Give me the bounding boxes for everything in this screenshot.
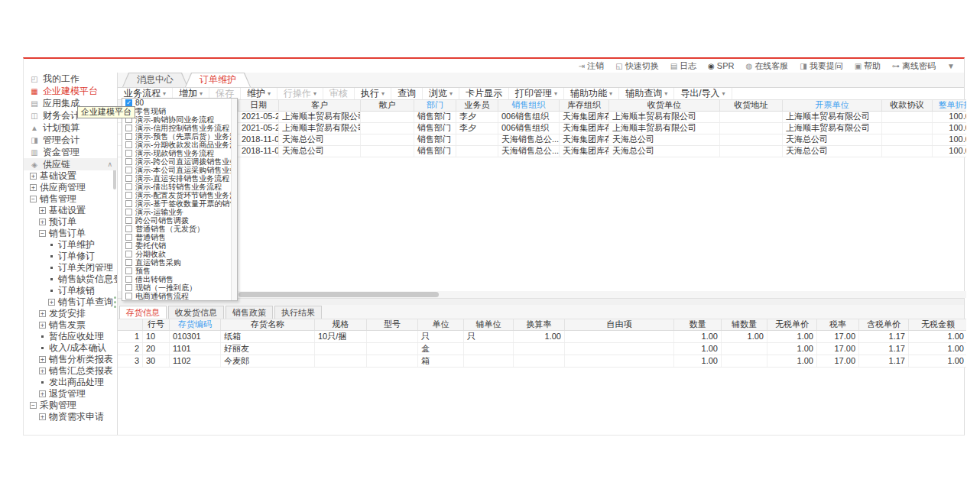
expand-plus-icon[interactable]: + bbox=[39, 413, 46, 420]
checkbox-icon[interactable] bbox=[125, 133, 132, 140]
grid-header-cell[interactable]: 开票单位 bbox=[783, 100, 882, 111]
checkbox-icon[interactable]: ✓ bbox=[125, 99, 132, 106]
sidebar-item-supply-chain[interactable]: ◈供应链∧ bbox=[24, 158, 117, 170]
tree-item-12[interactable]: +发货安排 bbox=[24, 308, 117, 319]
tree-item-8[interactable]: 订单关闭管理 bbox=[24, 262, 117, 274]
grid-header-cell[interactable] bbox=[118, 319, 143, 330]
dropdown-item-23[interactable]: 电商通销售流程 bbox=[122, 292, 237, 300]
topbar-item-spr[interactable]: ◉SPR bbox=[708, 61, 734, 70]
checkbox-icon[interactable] bbox=[125, 183, 132, 190]
checkbox-icon[interactable] bbox=[125, 251, 132, 257]
grid-header-cell[interactable]: 库存组织 bbox=[560, 100, 609, 111]
sidebar-item-plan-budget[interactable]: ▲计划预算 bbox=[24, 121, 117, 134]
grid-header-cell[interactable]: 收款协议 bbox=[882, 100, 933, 111]
horizontal-scrollbar-thumb[interactable] bbox=[239, 292, 439, 297]
toolbar-button-print-manage[interactable]: 打印管理▾ bbox=[509, 88, 564, 99]
tree-item-1[interactable]: +供应商管理 bbox=[24, 182, 117, 193]
expand-plus-icon[interactable]: + bbox=[30, 184, 37, 191]
grid-header-cell[interactable]: 无税单价 bbox=[767, 319, 817, 330]
grid-header-cell[interactable]: 整单折扣 bbox=[933, 100, 966, 111]
tree-item-21[interactable]: +物资需求申请 bbox=[24, 411, 117, 423]
expand-plus-icon[interactable]: + bbox=[39, 356, 46, 363]
grid-row[interactable]: 2021-05-27上海顺丰贸易有限公司销售部门李夕006销售组织天海集团库存.… bbox=[118, 123, 966, 134]
grid-header-cell[interactable]: 业务员 bbox=[456, 100, 498, 111]
toolbar-button-execute[interactable]: 执行▾ bbox=[355, 88, 391, 99]
dropdown-scrollbar[interactable] bbox=[231, 99, 237, 300]
checkbox-icon[interactable] bbox=[125, 167, 132, 173]
grid-header-cell[interactable]: 部门 bbox=[414, 100, 456, 111]
grid-header-cell[interactable]: 辅数量 bbox=[722, 319, 767, 330]
checkbox-icon[interactable] bbox=[125, 192, 132, 199]
toolbar-button-aux-function[interactable]: 辅助功能▾ bbox=[564, 88, 619, 99]
checkbox-icon[interactable] bbox=[125, 209, 132, 215]
grid-header-cell[interactable]: 规格 bbox=[315, 319, 367, 330]
grid-header-cell[interactable]: 自由项 bbox=[565, 319, 674, 330]
tree-item-7[interactable]: 订单修订 bbox=[24, 251, 117, 262]
grid-header-cell[interactable]: 收货地址 bbox=[720, 100, 783, 111]
grid-header-cell[interactable]: 销售组织 bbox=[498, 100, 560, 111]
toolbar-button-maintain[interactable]: 维护▾ bbox=[241, 88, 277, 99]
tree-item-15[interactable]: 收入/成本确认 bbox=[24, 342, 117, 354]
topbar-item-online-service[interactable]: ◍在线客服 bbox=[745, 60, 788, 72]
tab-message-center[interactable]: 消息中心 bbox=[122, 73, 188, 87]
expand-plus-icon[interactable]: + bbox=[39, 219, 46, 225]
detail-tab-execution-result[interactable]: 执行结果 bbox=[274, 306, 322, 319]
grid-row[interactable]: 3301102今麦郎箱1.001.0017.001.171.00 bbox=[118, 355, 966, 368]
collapse-minus-icon[interactable]: − bbox=[39, 230, 46, 237]
topbar-item-offline-password[interactable]: ⊶离线密码 bbox=[892, 60, 936, 72]
grid-header-cell[interactable]: 税率 bbox=[817, 319, 859, 330]
checkbox-icon[interactable] bbox=[125, 125, 132, 131]
checkbox-icon[interactable] bbox=[125, 284, 132, 291]
checkbox-icon[interactable] bbox=[125, 225, 132, 232]
tree-item-3[interactable]: +基础设置 bbox=[24, 205, 117, 216]
grid-row[interactable]: 2021-05-25上海顺丰贸易有限公司销售部门李夕006销售组织天海集团库存.… bbox=[118, 112, 966, 123]
sidebar-item-management-accounting[interactable]: ◨管理会计 bbox=[24, 134, 117, 146]
tree-item-17[interactable]: +销售汇总类报表 bbox=[24, 365, 117, 377]
detail-tab-shipping-info[interactable]: 收发货信息 bbox=[168, 306, 224, 319]
sidebar-item-funds-management[interactable]: ▥资金管理 bbox=[24, 146, 117, 158]
grid-header-cell[interactable]: 行号 bbox=[143, 319, 170, 330]
sidebar-splitter-handle[interactable] bbox=[113, 296, 116, 308]
topbar-item-help[interactable]: ▣帮助 bbox=[855, 60, 881, 72]
tab-order-maintenance[interactable]: 订单维护 bbox=[185, 73, 251, 87]
checkbox-icon[interactable] bbox=[125, 293, 132, 300]
grid-row[interactable]: 110010301纸箱10只/捆只只1.001.001.001.0017.001… bbox=[118, 331, 966, 343]
tree-item-16[interactable]: +销售分析类报表 bbox=[24, 354, 117, 365]
collapse-minus-icon[interactable]: − bbox=[30, 402, 37, 409]
checkbox-icon[interactable] bbox=[125, 175, 132, 182]
checkbox-icon[interactable] bbox=[125, 200, 132, 207]
toolbar-button-card-view[interactable]: 卡片显示 bbox=[459, 88, 509, 99]
grid-header-cell[interactable]: 数量 bbox=[674, 319, 722, 330]
grid-header-cell[interactable]: 客户 bbox=[279, 100, 361, 111]
tree-item-6[interactable]: 订单维护 bbox=[24, 239, 117, 251]
grid-header-cell[interactable]: 型号 bbox=[367, 319, 418, 330]
grid-header-cell[interactable]: 无税金额 bbox=[909, 319, 966, 330]
expand-plus-icon[interactable]: + bbox=[48, 299, 55, 306]
topbar-item-chevron-down[interactable]: ▼ bbox=[947, 62, 955, 70]
expand-plus-icon[interactable]: + bbox=[30, 173, 37, 180]
sidebar-item-enterprise-modeling[interactable]: ▦企业建模平台 bbox=[24, 85, 117, 97]
expand-plus-icon[interactable]: + bbox=[39, 368, 46, 374]
expand-plus-icon[interactable]: + bbox=[39, 322, 46, 329]
grid-header-cell[interactable]: 收货单位 bbox=[609, 100, 720, 111]
topbar-item-log[interactable]: ▤日志 bbox=[670, 60, 696, 72]
checkbox-icon[interactable] bbox=[125, 242, 132, 249]
tree-item-9[interactable]: 销售缺货信息登 bbox=[24, 274, 117, 285]
expand-plus-icon[interactable]: + bbox=[39, 207, 46, 214]
checkbox-icon[interactable] bbox=[125, 141, 132, 148]
grid-row[interactable]: 2201101好丽友盒1.001.0017.001.171.00 bbox=[118, 343, 966, 355]
checkbox-icon[interactable] bbox=[125, 276, 132, 283]
topbar-item-quick-switch[interactable]: ◱快速切换 bbox=[615, 60, 658, 72]
sidebar-item-my-work[interactable]: ◰我的工作 bbox=[24, 73, 117, 85]
grid-header-cell[interactable]: 散户 bbox=[361, 100, 414, 111]
grid-row[interactable]: 2018-11-05天海总公司销售部门天海销售总公...天海集团库存...天海总… bbox=[118, 146, 966, 157]
tree-item-19[interactable]: +退货管理 bbox=[24, 388, 117, 400]
grid-row[interactable]: 2018-11-05天海总公司销售部门天海销售总公...天海集团库存...天海总… bbox=[118, 134, 966, 146]
tree-item-4[interactable]: +预订单 bbox=[24, 216, 117, 228]
tree-item-5[interactable]: −销售订单 bbox=[24, 228, 117, 239]
detail-tab-inventory-info[interactable]: 存货信息 bbox=[119, 306, 167, 319]
grid-header-cell[interactable]: 换算率 bbox=[514, 319, 565, 330]
grid-header-cell[interactable]: 单位 bbox=[418, 319, 464, 330]
grid-header-cell[interactable]: 存货名称 bbox=[221, 319, 315, 330]
horizontal-scrollbar[interactable] bbox=[118, 291, 966, 298]
